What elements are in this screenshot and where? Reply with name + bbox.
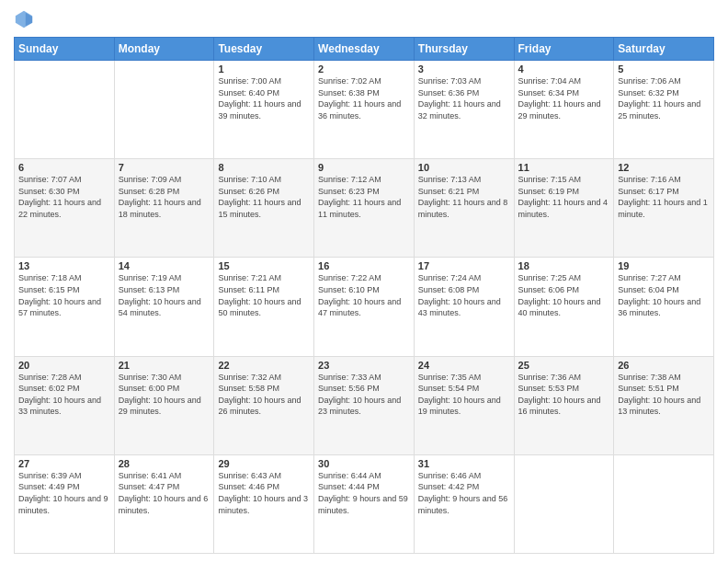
day-info: Sunrise: 7:24 AM Sunset: 6:08 PM Dayligh… bbox=[418, 272, 510, 318]
calendar-cell: 4Sunrise: 7:04 AM Sunset: 6:34 PM Daylig… bbox=[514, 61, 614, 159]
day-number: 11 bbox=[518, 162, 610, 173]
day-info: Sunrise: 7:12 AM Sunset: 6:23 PM Dayligh… bbox=[318, 174, 410, 220]
day-number: 14 bbox=[119, 260, 210, 271]
day-info: Sunrise: 7:28 AM Sunset: 6:02 PM Dayligh… bbox=[18, 372, 110, 418]
calendar-cell: 24Sunrise: 7:35 AM Sunset: 5:54 PM Dayli… bbox=[414, 356, 514, 454]
calendar-cell: 15Sunrise: 7:21 AM Sunset: 6:11 PM Dayli… bbox=[214, 258, 314, 356]
day-number: 7 bbox=[119, 162, 210, 173]
calendar-week-2: 6Sunrise: 7:07 AM Sunset: 6:30 PM Daylig… bbox=[15, 159, 714, 258]
calendar-cell: 21Sunrise: 7:30 AM Sunset: 6:00 PM Dayli… bbox=[114, 356, 214, 454]
calendar-cell: 9Sunrise: 7:12 AM Sunset: 6:23 PM Daylig… bbox=[314, 159, 415, 258]
day-number: 6 bbox=[18, 162, 110, 173]
day-number: 17 bbox=[418, 260, 510, 271]
day-number: 19 bbox=[618, 260, 710, 271]
calendar-cell: 1Sunrise: 7:00 AM Sunset: 6:40 PM Daylig… bbox=[214, 61, 314, 159]
calendar-cell: 31Sunrise: 6:46 AM Sunset: 4:42 PM Dayli… bbox=[414, 454, 514, 553]
calendar-cell: 17Sunrise: 7:24 AM Sunset: 6:08 PM Dayli… bbox=[414, 258, 514, 356]
calendar-cell: 2Sunrise: 7:02 AM Sunset: 6:38 PM Daylig… bbox=[314, 61, 415, 159]
calendar-header-row: SundayMondayTuesdayWednesdayThursdayFrid… bbox=[15, 38, 714, 61]
calendar-table: SundayMondayTuesdayWednesdayThursdayFrid… bbox=[14, 37, 714, 554]
day-number: 25 bbox=[518, 360, 610, 371]
day-info: Sunrise: 7:32 AM Sunset: 5:58 PM Dayligh… bbox=[218, 372, 310, 418]
calendar-cell bbox=[15, 61, 115, 159]
calendar-cell: 5Sunrise: 7:06 AM Sunset: 6:32 PM Daylig… bbox=[614, 61, 714, 159]
calendar-header-saturday: Saturday bbox=[614, 38, 714, 61]
day-info: Sunrise: 7:03 AM Sunset: 6:36 PM Dayligh… bbox=[418, 75, 510, 121]
calendar-cell: 22Sunrise: 7:32 AM Sunset: 5:58 PM Dayli… bbox=[214, 356, 314, 454]
day-number: 15 bbox=[218, 260, 310, 271]
day-info: Sunrise: 7:36 AM Sunset: 5:53 PM Dayligh… bbox=[518, 372, 610, 418]
day-number: 20 bbox=[18, 360, 110, 371]
day-info: Sunrise: 7:10 AM Sunset: 6:26 PM Dayligh… bbox=[218, 174, 310, 220]
calendar-cell: 28Sunrise: 6:41 AM Sunset: 4:47 PM Dayli… bbox=[114, 454, 214, 553]
day-number: 31 bbox=[418, 458, 510, 469]
page: SundayMondayTuesdayWednesdayThursdayFrid… bbox=[0, 0, 728, 563]
calendar-cell: 11Sunrise: 7:15 AM Sunset: 6:19 PM Dayli… bbox=[514, 159, 614, 258]
calendar-cell: 14Sunrise: 7:19 AM Sunset: 6:13 PM Dayli… bbox=[114, 258, 214, 356]
calendar-cell: 8Sunrise: 7:10 AM Sunset: 6:26 PM Daylig… bbox=[214, 159, 314, 258]
calendar-cell: 27Sunrise: 6:39 AM Sunset: 4:49 PM Dayli… bbox=[15, 454, 115, 553]
day-info: Sunrise: 7:04 AM Sunset: 6:34 PM Dayligh… bbox=[518, 75, 610, 121]
day-info: Sunrise: 6:44 AM Sunset: 4:44 PM Dayligh… bbox=[318, 470, 410, 516]
calendar-cell: 18Sunrise: 7:25 AM Sunset: 6:06 PM Dayli… bbox=[514, 258, 614, 356]
day-info: Sunrise: 7:38 AM Sunset: 5:51 PM Dayligh… bbox=[618, 372, 710, 418]
day-number: 12 bbox=[618, 162, 710, 173]
day-info: Sunrise: 6:39 AM Sunset: 4:49 PM Dayligh… bbox=[18, 470, 110, 516]
day-info: Sunrise: 7:21 AM Sunset: 6:11 PM Dayligh… bbox=[218, 272, 310, 318]
calendar-header-monday: Monday bbox=[114, 38, 214, 61]
logo-icon bbox=[14, 9, 34, 29]
day-info: Sunrise: 7:07 AM Sunset: 6:30 PM Dayligh… bbox=[18, 174, 110, 220]
day-info: Sunrise: 7:16 AM Sunset: 6:17 PM Dayligh… bbox=[618, 174, 710, 220]
day-info: Sunrise: 7:02 AM Sunset: 6:38 PM Dayligh… bbox=[318, 75, 410, 121]
day-info: Sunrise: 6:41 AM Sunset: 4:47 PM Dayligh… bbox=[119, 470, 210, 516]
calendar-cell: 16Sunrise: 7:22 AM Sunset: 6:10 PM Dayli… bbox=[314, 258, 415, 356]
day-number: 10 bbox=[418, 162, 510, 173]
calendar-cell: 7Sunrise: 7:09 AM Sunset: 6:28 PM Daylig… bbox=[114, 159, 214, 258]
calendar-cell bbox=[514, 454, 614, 553]
day-number: 24 bbox=[418, 360, 510, 371]
day-info: Sunrise: 7:06 AM Sunset: 6:32 PM Dayligh… bbox=[618, 75, 710, 121]
day-info: Sunrise: 7:33 AM Sunset: 5:56 PM Dayligh… bbox=[318, 372, 410, 418]
day-number: 8 bbox=[218, 162, 310, 173]
calendar-cell: 13Sunrise: 7:18 AM Sunset: 6:15 PM Dayli… bbox=[15, 258, 115, 356]
calendar-header-thursday: Thursday bbox=[414, 38, 514, 61]
calendar-header-tuesday: Tuesday bbox=[214, 38, 314, 61]
day-number: 27 bbox=[18, 458, 110, 469]
calendar-cell: 12Sunrise: 7:16 AM Sunset: 6:17 PM Dayli… bbox=[614, 159, 714, 258]
day-number: 22 bbox=[218, 360, 310, 371]
calendar-cell bbox=[614, 454, 714, 553]
day-number: 2 bbox=[318, 63, 410, 75]
day-number: 30 bbox=[318, 458, 410, 469]
day-info: Sunrise: 7:18 AM Sunset: 6:15 PM Dayligh… bbox=[18, 272, 110, 318]
day-number: 4 bbox=[518, 63, 610, 75]
day-info: Sunrise: 7:27 AM Sunset: 6:04 PM Dayligh… bbox=[618, 272, 710, 318]
day-number: 23 bbox=[318, 360, 410, 371]
calendar-header-wednesday: Wednesday bbox=[314, 38, 415, 61]
day-info: Sunrise: 6:46 AM Sunset: 4:42 PM Dayligh… bbox=[418, 470, 510, 516]
day-number: 1 bbox=[218, 63, 310, 75]
header bbox=[14, 9, 714, 29]
day-info: Sunrise: 6:43 AM Sunset: 4:46 PM Dayligh… bbox=[218, 470, 310, 516]
logo bbox=[14, 9, 36, 29]
calendar-cell bbox=[114, 61, 214, 159]
day-info: Sunrise: 7:30 AM Sunset: 6:00 PM Dayligh… bbox=[119, 372, 210, 418]
day-number: 13 bbox=[18, 260, 110, 271]
day-number: 26 bbox=[618, 360, 710, 371]
day-info: Sunrise: 7:19 AM Sunset: 6:13 PM Dayligh… bbox=[119, 272, 210, 318]
day-number: 21 bbox=[119, 360, 210, 371]
day-info: Sunrise: 7:35 AM Sunset: 5:54 PM Dayligh… bbox=[418, 372, 510, 418]
day-number: 5 bbox=[618, 63, 710, 75]
calendar-cell: 20Sunrise: 7:28 AM Sunset: 6:02 PM Dayli… bbox=[15, 356, 115, 454]
day-info: Sunrise: 7:22 AM Sunset: 6:10 PM Dayligh… bbox=[318, 272, 410, 318]
calendar-cell: 30Sunrise: 6:44 AM Sunset: 4:44 PM Dayli… bbox=[314, 454, 415, 553]
calendar-header-friday: Friday bbox=[514, 38, 614, 61]
calendar-cell: 19Sunrise: 7:27 AM Sunset: 6:04 PM Dayli… bbox=[614, 258, 714, 356]
calendar-cell: 23Sunrise: 7:33 AM Sunset: 5:56 PM Dayli… bbox=[314, 356, 415, 454]
calendar-cell: 29Sunrise: 6:43 AM Sunset: 4:46 PM Dayli… bbox=[214, 454, 314, 553]
day-info: Sunrise: 7:13 AM Sunset: 6:21 PM Dayligh… bbox=[418, 174, 510, 220]
day-number: 29 bbox=[218, 458, 310, 469]
calendar-cell: 6Sunrise: 7:07 AM Sunset: 6:30 PM Daylig… bbox=[15, 159, 115, 258]
calendar-cell: 25Sunrise: 7:36 AM Sunset: 5:53 PM Dayli… bbox=[514, 356, 614, 454]
calendar-cell: 10Sunrise: 7:13 AM Sunset: 6:21 PM Dayli… bbox=[414, 159, 514, 258]
calendar-cell: 26Sunrise: 7:38 AM Sunset: 5:51 PM Dayli… bbox=[614, 356, 714, 454]
